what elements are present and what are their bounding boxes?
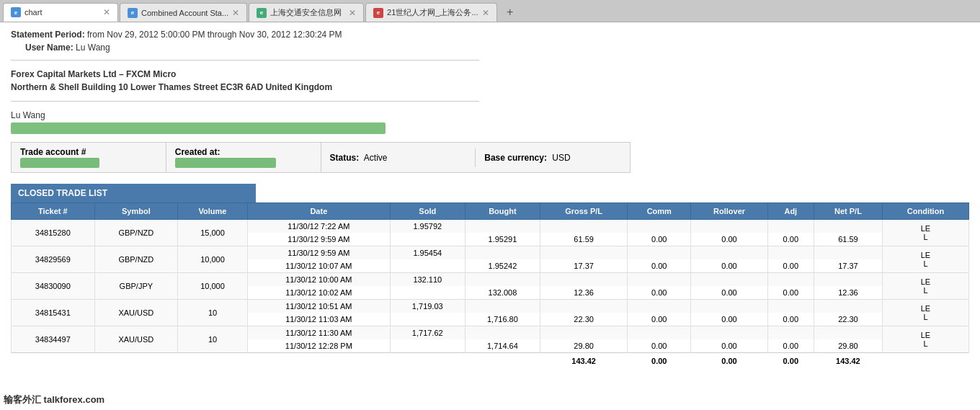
tab-title-21century: 21世纪人才网_上海公务... xyxy=(387,7,478,18)
divider-2 xyxy=(11,101,479,102)
cell-rollover: 0.00 xyxy=(691,286,767,300)
cell-bought: 1.95291 xyxy=(465,233,540,246)
tab-title-traffic: 上海交通安全信息网 xyxy=(270,7,345,18)
cell-sold-blank xyxy=(390,313,465,326)
created-at-cell: Created at: xyxy=(166,143,321,172)
col-bought: Bought xyxy=(465,203,540,220)
trade-table: Ticket # Symbol Volume Date Sold Bought … xyxy=(11,202,969,369)
cell-ticket: 34815431 xyxy=(12,300,95,326)
cell-comm: 0.00 xyxy=(628,233,691,246)
table-header-row: Ticket # Symbol Volume Date Sold Bought … xyxy=(12,203,969,220)
cell-symbol: GBP/JPY xyxy=(94,273,178,300)
cell-comm-blank xyxy=(628,246,691,260)
base-currency-label: Base currency: xyxy=(484,153,547,163)
tab-close-21century[interactable]: ✕ xyxy=(482,8,489,18)
col-ticket: Ticket # xyxy=(12,203,95,220)
cell-bought: 132.008 xyxy=(465,286,540,300)
cell-condition: LEL xyxy=(882,326,968,353)
cell-gross-pl-blank xyxy=(540,220,628,233)
col-date: Date xyxy=(247,203,390,220)
cell-sold-blank xyxy=(390,286,465,300)
cell-bought: 1,714.64 xyxy=(465,339,540,353)
statement-period-label: Statement Period: xyxy=(11,30,85,40)
cell-ticket: 34829569 xyxy=(12,246,95,273)
trade-account-cell: Trade account # xyxy=(12,143,166,172)
created-at-label: Created at: xyxy=(175,147,220,157)
cell-date2: 11/30/12 11:03 AM xyxy=(247,313,390,326)
cell-gross-pl: 29.80 xyxy=(540,339,628,353)
cell-ticket: 34830090 xyxy=(12,273,95,300)
cell-rollover: 0.00 xyxy=(691,259,767,273)
cell-net-pl: 29.80 xyxy=(814,339,882,353)
company-line1: Forex Capital Markets Ltd – FXCM Micro xyxy=(11,68,969,81)
cell-condition: LEL xyxy=(882,300,968,326)
base-currency-cell: Base currency: USD xyxy=(476,148,630,167)
cell-net-pl: 61.59 xyxy=(814,233,882,246)
col-comm: Comm xyxy=(628,203,691,220)
cell-adj: 0.00 xyxy=(767,259,814,273)
add-tab-button[interactable]: + xyxy=(500,3,520,22)
cell-sold: 1,717.62 xyxy=(390,326,465,340)
cell-sold: 132.110 xyxy=(390,273,465,287)
company-info: Forex Capital Markets Ltd – FXCM Micro N… xyxy=(11,68,969,94)
username-row: User Name: Lu Wang xyxy=(11,43,969,53)
cell-sold-blank xyxy=(390,259,465,273)
table-row: 34830090 GBP/JPY 10,000 11/30/12 10:00 A… xyxy=(12,273,969,287)
tab-combined-account[interactable]: e Combined Account Sta... ✕ xyxy=(120,3,247,22)
cell-rollover: 0.00 xyxy=(691,339,767,353)
cell-bought: 1.95242 xyxy=(465,259,540,273)
cell-sold-blank xyxy=(390,233,465,246)
cell-condition: LEL xyxy=(882,220,968,246)
cell-adj-blank xyxy=(767,326,814,340)
username-label: User Name: xyxy=(25,43,74,53)
table-row: 34815280 GBP/NZD 15,000 11/30/12 7:22 AM… xyxy=(12,220,969,233)
tab-chart[interactable]: e chart ✕ xyxy=(3,3,118,22)
cell-date2: 11/30/12 10:07 AM xyxy=(247,259,390,273)
col-condition: Condition xyxy=(882,203,968,220)
table-row: 34834497 XAU/USD 10 11/30/12 11:30 AM 1,… xyxy=(12,326,969,340)
tab-title-combined: Combined Account Sta... xyxy=(141,9,228,17)
col-rollover: Rollover xyxy=(691,203,767,220)
cell-comm-blank xyxy=(628,300,691,313)
user-name-text: Lu Wang xyxy=(11,110,45,120)
trade-account-value-redacted xyxy=(20,158,99,168)
cell-date2: 11/30/12 10:02 AM xyxy=(247,286,390,300)
cell-date1: 11/30/12 11:30 AM xyxy=(247,326,390,340)
tab-21century[interactable]: e 21世纪人才网_上海公务... ✕ xyxy=(365,3,497,22)
cell-bought-blank xyxy=(465,300,540,313)
cell-net-pl-blank xyxy=(814,300,882,313)
tab-favicon-chart: e xyxy=(11,7,21,17)
cell-volume: 10 xyxy=(178,300,248,326)
total-comm: 0.00 xyxy=(628,353,691,370)
total-gross-pl: 143.42 xyxy=(540,353,628,370)
cell-ticket: 34834497 xyxy=(12,326,95,353)
cell-bought-blank xyxy=(465,220,540,233)
cell-bought-blank xyxy=(465,326,540,340)
col-volume: Volume xyxy=(178,203,248,220)
cell-rollover-blank xyxy=(691,220,767,233)
cell-net-pl-blank xyxy=(814,326,882,340)
cell-sold: 1.95454 xyxy=(390,246,465,260)
closed-trade-list-header: CLOSED TRADE LIST xyxy=(11,184,256,202)
cell-date2: 11/30/12 12:28 PM xyxy=(247,339,390,353)
tab-close-chart[interactable]: ✕ xyxy=(103,7,110,17)
cell-net-pl: 12.36 xyxy=(814,286,882,300)
cell-ticket: 34815280 xyxy=(12,220,95,246)
trade-account-label: Trade account # xyxy=(20,147,86,157)
cell-rollover-blank xyxy=(691,273,767,287)
cell-adj: 0.00 xyxy=(767,233,814,246)
tab-shanghai-traffic[interactable]: e 上海交通安全信息网 ✕ xyxy=(249,3,364,22)
tab-close-combined[interactable]: ✕ xyxy=(232,8,239,18)
cell-symbol: GBP/NZD xyxy=(94,246,178,273)
tab-favicon-combined: e xyxy=(128,8,138,18)
tab-favicon-traffic: e xyxy=(257,8,267,18)
browser-chrome: e chart ✕ e Combined Account Sta... ✕ e … xyxy=(0,0,980,22)
cell-sold: 1,719.03 xyxy=(390,300,465,313)
user-name-line: Lu Wang xyxy=(11,109,969,122)
cell-bought-blank xyxy=(465,273,540,287)
tab-close-traffic[interactable]: ✕ xyxy=(349,8,356,18)
cell-comm-blank xyxy=(628,326,691,340)
cell-date1: 11/30/12 10:00 AM xyxy=(247,273,390,287)
cell-net-pl: 17.37 xyxy=(814,259,882,273)
statement-info: Statement Period: from Nov 29, 2012 5:00… xyxy=(11,30,969,53)
